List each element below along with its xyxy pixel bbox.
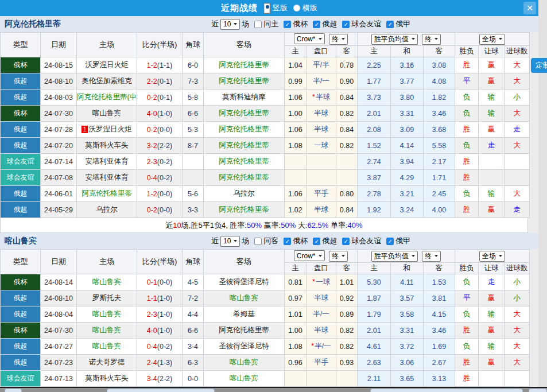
result-wdl: 胜 (455, 371, 479, 387)
corners: 8-7 (183, 138, 204, 154)
avg-home-odds: 2.25 (358, 57, 391, 73)
result-wdl: 胜 (455, 202, 479, 218)
crow-away-odds (336, 170, 358, 186)
result-goals: 大 (505, 186, 530, 202)
result-handicap: 赢 (479, 57, 505, 73)
sub-let: 让球 (479, 263, 505, 274)
home-team: 诺夫哥罗德 (77, 355, 137, 371)
match-date: 24-07-14 (41, 154, 77, 170)
odds-group: Crow* 终 (285, 33, 358, 46)
near-count-select[interactable]: 10 (220, 236, 240, 247)
result-wdl: 负 (455, 306, 479, 323)
summary-row: 近10场,胜5平1负4, 胜率:50% 赢率:50% 大:62.5% 单率:40… (0, 218, 528, 233)
crow-away-odds: 0.82 (336, 339, 358, 355)
customize-button[interactable]: 定制 (531, 58, 547, 73)
league-super-checkbox[interactable] (313, 238, 320, 245)
chevron-down-icon (234, 240, 237, 242)
avg-draw-odds: 3.16 (391, 57, 424, 73)
table-row: 俄超24-07-281沃罗涅日火炬0-2(0-0)5-3阿克伦托格里蒂1.06半… (1, 122, 530, 138)
result-goals: 小 (505, 90, 530, 106)
handicap: 半球 (307, 122, 336, 138)
result-handicap: 输 (479, 106, 505, 122)
corners (183, 154, 204, 170)
home-team: 阿克伦托格里蒂(中) (77, 90, 137, 106)
handicap: 半球 (307, 290, 336, 306)
crow-home-odds: 0.99 (285, 73, 307, 90)
league-cup-checkbox[interactable] (284, 238, 291, 245)
avg-away-odds: 4.00 (424, 202, 455, 218)
crow-home-odds: 1.00 (285, 323, 307, 339)
sub-let: 让球 (479, 46, 505, 57)
league-badge: 球会友谊 (1, 170, 41, 186)
avg-select[interactable]: 胜平负均值 (371, 251, 418, 262)
period-select[interactable]: 终 (329, 34, 348, 45)
radio-unselected-icon (293, 5, 300, 11)
league-super-label: 俄超 (322, 19, 337, 29)
league-d2-checkbox[interactable] (386, 238, 394, 245)
avg-draw-odds: 3.21 (391, 186, 424, 202)
league-friendly-checkbox[interactable] (342, 238, 350, 245)
avg-away-odds: 2.17 (424, 154, 455, 170)
bookmaker-select[interactable]: Crow* (294, 250, 325, 261)
result-wdl: 负 (455, 90, 479, 106)
avg-period-select[interactable]: 终 (422, 251, 441, 262)
home-team: 罗斯托夫 (77, 290, 137, 306)
match-date: 24-08-10 (41, 290, 77, 306)
home-team: 1沃罗涅日火炬 (77, 122, 137, 138)
section-header-away-team: 喀山鲁宾 近 10 场 同客 俄杯 俄超 球会友谊 俄甲 (0, 233, 538, 249)
period-select[interactable]: 终 (329, 251, 348, 262)
bookmaker-select[interactable]: Crow* (294, 33, 325, 44)
match-date: 24-08-10 (41, 73, 77, 90)
handicap: 半/一 (307, 306, 336, 323)
table-row: 球会友谊24-07-14安塔利亚体育2-3(0-2)阿克伦托格里蒂2.743.9… (1, 154, 530, 170)
sub-home: 主 (285, 263, 307, 274)
table-row: 俄杯24-08-14喀山鲁宾0-1(0-0)4-5圣彼得堡泽尼特0.81*一球1… (1, 274, 530, 290)
away-team: 希姆基 (204, 306, 285, 323)
close-icon[interactable]: ✕ (523, 2, 536, 14)
layout-radio-horizontal[interactable]: 横版 (293, 3, 317, 13)
avg-draw-odds: 3.72 (391, 339, 424, 355)
result-handicap: 走 (479, 274, 505, 290)
fulltime-select[interactable]: 全场 (479, 34, 505, 45)
col-type: 类型 (1, 33, 41, 57)
chevron-down-icon (412, 38, 415, 40)
matches-table-2: 类型 日期 主场 比分(半场) 角球 客场 Crow* 终 胜平负均值 终 全场 (0, 249, 530, 392)
away-team: 阿克伦托格里蒂 (204, 170, 285, 186)
sub-goals: 进球数 (505, 263, 530, 274)
league-d2-checkbox[interactable] (386, 21, 394, 28)
star-icon: * (311, 342, 314, 350)
league-cup-checkbox[interactable] (284, 21, 291, 28)
fulltime-select[interactable]: 全场 (479, 251, 505, 262)
same-away-checkbox[interactable] (254, 238, 262, 245)
crow-home-odds (285, 154, 307, 170)
sub-avg-home: 主 (358, 263, 391, 274)
league-super-checkbox[interactable] (313, 21, 320, 28)
avg-away-odds: 3.68 (424, 122, 455, 138)
handicap: 半/一 (307, 73, 336, 90)
match-score: 4-0(1-0) (137, 323, 183, 339)
same-home-checkbox[interactable] (254, 21, 262, 28)
match-date: 24-08-04 (41, 306, 77, 323)
avg-period-select[interactable]: 终 (422, 34, 441, 45)
away-team: 阿克伦托格里蒂 (204, 73, 285, 90)
near-count-select[interactable]: 10 (220, 19, 240, 30)
avg-draw-odds: 3.58 (391, 306, 424, 323)
league-friendly-checkbox[interactable] (342, 21, 350, 28)
crow-away-odds: 0.84 (336, 202, 358, 218)
result-handicap: 输 (479, 306, 505, 323)
crow-away-odds: 0.84 (336, 122, 358, 138)
avg-select[interactable]: 胜平负均值 (371, 34, 418, 45)
odds-group: Crow* 终 (285, 250, 358, 263)
summary-text: 10 (173, 221, 181, 230)
sub-goals: 进球数 (505, 46, 530, 57)
result-wdl: 负 (455, 186, 479, 202)
background-window-tab (529, 389, 547, 392)
col-away: 客场 (204, 33, 285, 57)
away-team: 阿克伦托格里蒂 (204, 154, 285, 170)
result-handicap: 输 (479, 90, 505, 106)
layout-radio-vertical[interactable]: 竖版 (263, 3, 288, 14)
col-type: 类型 (1, 250, 41, 274)
match-date: 24-08-15 (41, 57, 77, 73)
avg-home-odds: 2.78 (358, 186, 391, 202)
crow-home-odds (285, 371, 307, 387)
